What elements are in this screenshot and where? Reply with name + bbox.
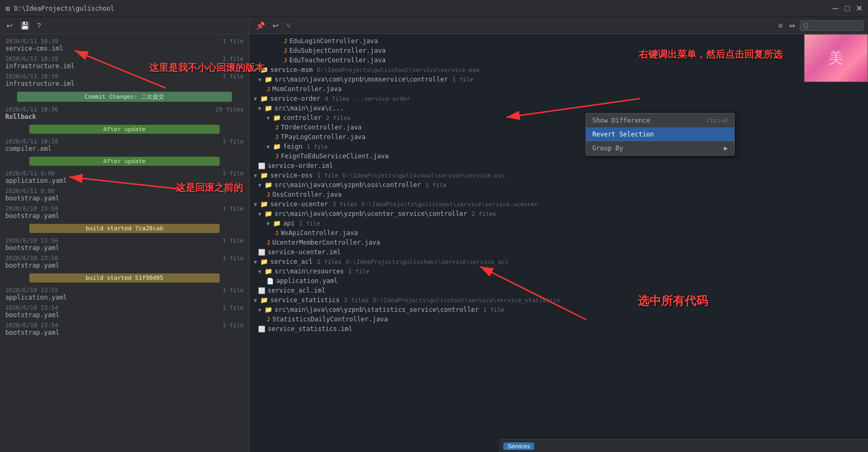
title-icon: ⊞	[5, 4, 10, 13]
java-file-icon: J	[284, 57, 287, 64]
tree-row[interactable]: ▼ 📁 src\main\java\com\yzpnb\ucenter_serv…	[250, 209, 868, 219]
tree-row[interactable]: ⬜ service_acl.iml	[250, 286, 868, 295]
folder-icon: 📁	[260, 95, 268, 102]
save-button[interactable]: 💾	[18, 20, 31, 31]
left-toolbar: ↩ 💾 ?	[0, 17, 249, 34]
list-item[interactable]: 2020/6/10 23:58 1 file bootstrap.yaml	[0, 204, 249, 221]
right-toolbar: 📌 ↩ ⑂ ≡ ⇔	[250, 17, 868, 34]
tree-row[interactable]: ▼ 📁 service-msm D:\IdeaProjects\gulischo…	[250, 65, 868, 75]
tree-row[interactable]: ▼ 📁 api 1 file	[250, 219, 868, 228]
ctx-revert-selection[interactable]: Revert Selection	[586, 127, 734, 141]
tree-row[interactable]: ⬜ service_statistics.iml	[250, 324, 868, 334]
expand-arrow-icon: ▼	[254, 67, 257, 73]
tree-row[interactable]: J TOrderController.java	[250, 123, 868, 132]
tree-row[interactable]: ▼ 📁 src\main\resources 1 file	[250, 267, 868, 276]
tree-row[interactable]: ▼ 📁 service-oss 1 file D:\IdeaProjects\g…	[250, 171, 868, 180]
folder-icon: 📁	[264, 268, 272, 275]
list-item[interactable]: 2020/6/10 23:55 1 file application.yaml	[0, 285, 249, 303]
list-item[interactable]: 2020/6/10 23:56 1 file bootstrap.yaml	[0, 253, 249, 271]
java-file-icon: J	[275, 153, 279, 160]
list-item[interactable]: 2020/6/10 23:56 1 file bootstrap.yaml	[0, 236, 249, 253]
folder-icon: 📁	[273, 114, 281, 122]
tree-row[interactable]: ▼ 📁 service-ucenter 3 files D:\IdeaProje…	[250, 199, 868, 209]
undo-button[interactable]: ↩	[4, 20, 15, 31]
maximize-button[interactable]: □	[843, 5, 851, 12]
tree-row[interactable]: ▼ 📁 feign 1 file	[250, 142, 868, 151]
list-item[interactable]: 2020/6/11 10:39 1 file service-cms.iml	[0, 36, 249, 54]
tree-row[interactable]: ▼ 📁 controller 2 files	[250, 113, 868, 123]
ctx-group-by[interactable]: Group By ▶	[586, 141, 734, 155]
tree-row[interactable]: ⬜ service-order.iml	[250, 161, 868, 171]
tree-row[interactable]: ▼ 📁 src\main\java\c...	[250, 103, 868, 113]
after-update-entry: After update	[0, 122, 249, 136]
services-button[interactable]: Services	[503, 442, 534, 450]
tree-row[interactable]: ▼ 📁 service_statistics 2 files D:\IdeaPr…	[250, 295, 868, 305]
tree-row[interactable]: 📄 application.yaml	[250, 276, 868, 286]
tree-row[interactable]: ⬜ service-ucenter.iml	[250, 247, 868, 257]
java-file-icon: J	[284, 47, 287, 54]
expand-arrow-icon: ▼	[254, 173, 257, 179]
tree-row[interactable]: J StatisticsDailyController.java	[250, 314, 868, 324]
java-file-icon: J	[267, 316, 270, 323]
minimize-button[interactable]: ─	[832, 5, 839, 12]
help-button[interactable]: ?	[35, 20, 43, 31]
title-text: D:\IdeaProjects\gulischool	[14, 5, 114, 12]
tree-row[interactable]: J FeignToEduServiceClient.java	[250, 151, 868, 161]
left-panel: ↩ 💾 ? 2020/6/11 10:39 1 file service-cms…	[0, 17, 250, 452]
expand-button[interactable]: ⇔	[787, 20, 798, 31]
java-file-icon: J	[275, 230, 279, 237]
after-update-badge-2: After update	[29, 157, 220, 166]
tree-row[interactable]: J WxApiController.java	[250, 228, 868, 238]
tree-row[interactable]: ▼ 📁 src\main\java\com\yzpnb\msmservice\c…	[250, 75, 868, 84]
branch-button[interactable]: ⑂	[284, 20, 293, 31]
tree-row[interactable]: ▼ 📁 service_acl 2 files D:\IdeaProjects\…	[250, 257, 868, 267]
tree-row[interactable]: J EduLoginController.java	[250, 36, 868, 46]
tree-row[interactable]: ▼ 📁 src\main\java\com\yzpnb\oss\controll…	[250, 180, 868, 190]
list-item[interactable]: 2020/6/11 10:39 1 file infrastructure.im…	[0, 54, 249, 71]
tree-row[interactable]: J MsmController.java	[250, 84, 868, 94]
folder-icon: 📁	[273, 143, 281, 150]
tree-row[interactable]: J OssController.java	[250, 190, 868, 199]
expand-arrow-icon: ▼	[254, 259, 257, 265]
list-item[interactable]: 2020/6/10 23:54 1 file bootstrap.yaml	[0, 320, 249, 338]
search-input[interactable]	[800, 20, 864, 31]
iml-file-icon: ⬜	[258, 326, 266, 333]
list-item[interactable]: 2020/6/11 10:36 29 files Rollback	[0, 104, 249, 122]
list-item[interactable]: 2020/6/11 10:28 1 file compiler.xml	[0, 136, 249, 154]
folder-icon: 📁	[264, 104, 272, 112]
ctx-show-difference[interactable]: Show Difference Ctrl+D	[586, 114, 734, 127]
after-update-entry-2: After update	[0, 154, 249, 168]
tree-row[interactable]: J EduSubjectController.java	[250, 46, 868, 55]
iml-file-icon: ⬜	[258, 249, 266, 256]
commit-badge-entry: Commit Changes: 二次提交	[0, 89, 249, 104]
list-item[interactable]: 2020/6/11 0:00 1 file application.yaml	[0, 168, 249, 186]
file-tree[interactable]: J EduLoginController.java J EduSubjectCo…	[250, 34, 868, 452]
right-undo-button[interactable]: ↩	[270, 20, 281, 31]
context-menu: Show Difference Ctrl+D Revert Selection …	[585, 113, 735, 156]
submenu-arrow-icon: ▶	[724, 144, 728, 152]
align-button[interactable]: ≡	[776, 20, 785, 31]
left-list[interactable]: 2020/6/11 10:39 1 file service-cms.iml 2…	[0, 34, 249, 452]
folder-icon: 📁	[260, 258, 268, 265]
java-file-icon: J	[275, 134, 279, 141]
folder-icon: 📁	[264, 306, 272, 313]
expand-arrow-icon: ▼	[258, 77, 261, 83]
tree-row[interactable]: ▼ 📁 service-order 4 files ...service-ord…	[250, 94, 868, 103]
tree-row[interactable]: J EduTeacherController.java	[250, 55, 868, 65]
folder-icon: 📁	[260, 200, 268, 208]
java-file-icon: J	[275, 124, 279, 131]
java-file-icon: J	[267, 191, 270, 198]
folder-icon: 📁	[264, 76, 272, 83]
tree-row[interactable]: ▼ 📁 src\main\java\com\yzpnb\statistics_s…	[250, 305, 868, 314]
tree-row[interactable]: J UcenterMemberController.java	[250, 238, 868, 247]
close-button[interactable]: ✕	[855, 5, 863, 12]
expand-arrow-icon: ▼	[254, 297, 257, 303]
java-file-icon: J	[267, 239, 270, 246]
list-item[interactable]: 2020/6/10 23:54 1 file bootstrap.yaml	[0, 303, 249, 320]
list-item[interactable]: 2020/6/11 10:39 1 file infrastructure.im…	[0, 71, 249, 89]
iml-file-icon: ⬜	[258, 287, 266, 294]
build-badge-entry-2: build started 51f90d95	[0, 271, 249, 285]
pin-button[interactable]: 📌	[254, 20, 267, 31]
tree-row[interactable]: J TPayLogController.java	[250, 132, 868, 142]
list-item[interactable]: 2020/6/11 0:00 1 file bootstrap.yaml	[0, 186, 249, 204]
